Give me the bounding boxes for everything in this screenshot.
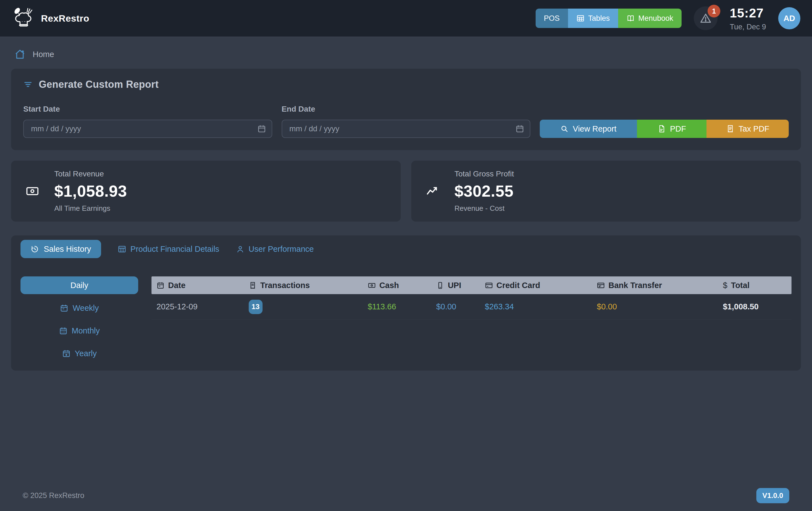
nav-button-menubook-label: Menubook <box>638 14 673 23</box>
period-weekly-label: Weekly <box>72 304 99 313</box>
stats-row: Total Revenue $1,058.93 All Time Earning… <box>11 161 801 222</box>
period-monthly-button[interactable]: Monthly <box>21 324 138 337</box>
period-monthly-label: Monthly <box>72 326 100 335</box>
receipt-icon <box>726 125 734 133</box>
tax-pdf-button[interactable]: Tax PDF <box>706 120 789 138</box>
table-grid-icon <box>576 14 585 23</box>
end-date-input-wrap <box>282 120 531 138</box>
tax-pdf-label: Tax PDF <box>738 124 770 134</box>
brand: RexRestro <box>11 6 89 31</box>
menubook-icon <box>627 14 635 23</box>
nav-button-menubook[interactable]: Menubook <box>618 8 682 28</box>
end-date-input[interactable] <box>282 120 531 138</box>
stat-value: $1,058.93 <box>54 182 127 200</box>
dollar-icon: $ <box>723 281 727 290</box>
report-tabs: Sales History Product Financial Details … <box>21 240 791 258</box>
filter-icon <box>23 80 33 89</box>
top-navbar: RexRestro POS Tables <box>0 0 812 37</box>
period-yearly-button[interactable]: Yearly <box>21 347 138 360</box>
nav-mode-switcher: POS Tables Menubook <box>535 8 682 28</box>
header-bank-transfer: Bank Transfer <box>592 281 718 290</box>
header-date: Date <box>151 281 244 290</box>
header-total: $ Total <box>718 281 791 290</box>
cell-bank-transfer: $0.00 <box>592 302 718 311</box>
nav-button-pos-label: POS <box>544 14 560 23</box>
brand-name: RexRestro <box>41 13 89 24</box>
smartphone-icon <box>436 281 444 289</box>
navbar-right: POS Tables Menubook <box>535 5 801 31</box>
pdf-button[interactable]: PDF <box>637 120 707 138</box>
end-date-label: End Date <box>282 105 531 114</box>
tab-product-financial-details[interactable]: Product Financial Details <box>118 245 219 254</box>
breadcrumb: Home <box>11 47 801 62</box>
cell-total: $1,008.50 <box>718 302 791 311</box>
end-date-field: End Date <box>282 105 531 138</box>
home-icon[interactable] <box>14 48 26 60</box>
tab-product-financial-details-label: Product Financial Details <box>130 245 219 254</box>
start-date-field: Start Date <box>23 105 272 138</box>
cell-date: 2025-12-09 <box>151 302 244 311</box>
stat-title: Total Gross Profit <box>455 170 514 178</box>
table-icon <box>118 245 126 253</box>
start-date-label: Start Date <box>23 105 272 114</box>
nav-button-tables-label: Tables <box>588 14 610 23</box>
header-transactions: Transactions <box>244 281 363 290</box>
period-daily-button[interactable]: Daily <box>21 276 138 294</box>
sales-history-body: Daily Weekly <box>21 276 791 361</box>
period-weekly-button[interactable]: Weekly <box>21 302 138 314</box>
sales-table-header: Date Transactions <box>151 276 791 294</box>
total-revenue-card: Total Revenue $1,058.93 All Time Earning… <box>11 161 401 222</box>
footer: © 2025 RexRestro V1.0.0 <box>11 488 801 511</box>
header-upi: UPI <box>431 281 480 290</box>
copyright-text: © 2025 RexRestro <box>23 491 84 500</box>
header-cash: Cash <box>363 281 431 290</box>
search-icon <box>560 125 569 133</box>
total-revenue-body: Total Revenue $1,058.93 All Time Earning… <box>54 170 127 213</box>
receipt-icon <box>249 281 257 289</box>
cell-transactions: 13 <box>244 300 363 314</box>
banknote-icon <box>26 184 39 198</box>
stat-subtitle: All Time Earnings <box>54 204 127 213</box>
stat-value: $302.55 <box>455 182 514 200</box>
tab-user-performance-label: User Performance <box>249 245 314 254</box>
report-title-row: Generate Custom Report <box>23 79 789 90</box>
header-credit-card: Credit Card <box>480 281 592 290</box>
calendar-week-icon <box>60 304 68 312</box>
stat-title: Total Revenue <box>54 170 127 178</box>
breadcrumb-home[interactable]: Home <box>33 50 54 59</box>
clock-date: Tue, Dec 9 <box>730 23 766 31</box>
nav-button-pos[interactable]: POS <box>535 8 568 28</box>
start-date-input-wrap <box>23 120 272 138</box>
report-title: Generate Custom Report <box>39 79 159 90</box>
transactions-count-badge: 13 <box>249 300 263 314</box>
banknote-icon <box>368 281 376 289</box>
chef-logo-icon <box>11 6 35 31</box>
cell-upi: $0.00 <box>431 302 480 311</box>
report-builder-card: Generate Custom Report Start Date End Da… <box>11 69 801 150</box>
clock: 15:27 Tue, Dec 9 <box>730 5 766 31</box>
notification-area: 1 <box>694 6 718 30</box>
history-clock-icon <box>30 245 39 253</box>
cell-credit-card: $263.34 <box>480 302 592 311</box>
period-filter-column: Daily Weekly <box>21 276 138 361</box>
credit-card-icon <box>485 281 493 289</box>
view-report-button[interactable]: View Report <box>540 120 637 138</box>
period-yearly-label: Yearly <box>75 349 97 358</box>
main-content: Home Generate Custom Report Start Date <box>0 37 812 511</box>
nav-button-tables[interactable]: Tables <box>568 8 618 28</box>
pdf-label: PDF <box>670 124 686 134</box>
table-row[interactable]: 2025-12-09 13 $113.66 $0.00 $263.34 $0.0… <box>151 294 791 320</box>
stat-subtitle: Revenue - Cost <box>455 204 514 213</box>
calendar-icon <box>156 281 165 289</box>
start-date-input[interactable] <box>23 120 272 138</box>
tab-sales-history[interactable]: Sales History <box>21 240 101 258</box>
person-icon <box>236 245 244 253</box>
version-badge: V1.0.0 <box>756 488 789 503</box>
calendar-month-icon <box>59 327 67 335</box>
report-actions: View Report PDF <box>540 120 789 138</box>
gross-profit-card: Total Gross Profit $302.55 Revenue - Cos… <box>411 161 801 222</box>
tab-user-performance[interactable]: User Performance <box>236 245 314 254</box>
tab-sales-history-label: Sales History <box>44 245 91 254</box>
user-avatar[interactable]: AD <box>778 7 801 29</box>
clock-time: 15:27 <box>730 5 764 21</box>
